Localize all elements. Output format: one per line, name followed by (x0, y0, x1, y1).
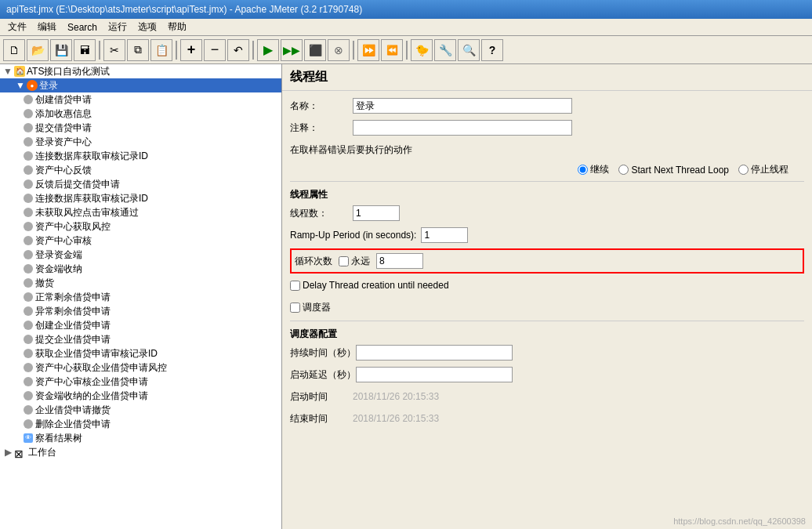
tree-item-7[interactable]: 反馈后提交借贷申请 (0, 177, 281, 191)
tree-item-9[interactable]: 未获取风控点击审核通过 (0, 205, 281, 219)
remote-start-button[interactable]: ⏩ (357, 39, 379, 61)
tree-item-12-label: 登录资金端 (35, 248, 82, 262)
menu-edit[interactable]: 编辑 (33, 19, 61, 35)
copy-button[interactable]: ⧉ (127, 39, 149, 61)
thread-count-label: 线程数： (290, 207, 353, 220)
new-button[interactable]: 🗋 (3, 39, 25, 61)
menu-search[interactable]: Search (63, 20, 102, 34)
item4-icon (24, 137, 33, 147)
forever-checkbox-label[interactable]: 永远 (339, 255, 370, 268)
tree-item-6[interactable]: 资产中心反馈 (0, 163, 281, 177)
ramp-up-input[interactable] (421, 227, 468, 243)
scheduler-checkbox[interactable] (290, 303, 300, 313)
tree-item-8-label: 连接数据库获取审核记录ID (35, 192, 148, 205)
open-button[interactable]: 📂 (27, 39, 49, 61)
stop-button[interactable]: ⬛ (304, 39, 326, 61)
save2-button[interactable]: 🖬 (74, 39, 96, 61)
radio-continue[interactable]: 继续 (578, 163, 609, 176)
delay-creation-label[interactable]: Delay Thread creation until needed (290, 280, 449, 291)
add-button[interactable]: + (180, 39, 202, 61)
item3-icon (24, 123, 33, 132)
undo-button[interactable]: ↶ (227, 39, 249, 61)
play-button[interactable]: ▶ (257, 39, 279, 61)
content-area: 线程组 名称： 注释： 在取样器错误后要执行的动作 继续 (282, 64, 812, 529)
tree-item-19[interactable]: 获取企业借贷申请审核记录ID (0, 346, 281, 361)
menu-options[interactable]: 选项 (133, 19, 161, 35)
item5-icon (24, 151, 33, 161)
tree-item-2[interactable]: 添加收惠信息 (0, 107, 281, 121)
remove-button[interactable]: − (204, 39, 226, 61)
duration-label: 持续时间（秒） (290, 346, 356, 360)
results-icon: 👁 (24, 433, 33, 443)
tree-item-login[interactable]: ▼ ● 登录 (0, 78, 281, 92)
search-bar-button[interactable]: 🔍 (458, 39, 480, 61)
tree-item-1[interactable]: 创建借贷申请 (0, 92, 281, 107)
get-from-clipboard-button[interactable]: 🐤 (411, 39, 433, 61)
radio-next-thread[interactable]: Start Next Thread Loop (618, 165, 729, 176)
tree-item-22[interactable]: 资金端收纳的企业借贷申请 (0, 389, 281, 403)
tree-item-results[interactable]: 👁 察看结果树 (0, 431, 281, 445)
menu-help[interactable]: 帮助 (163, 19, 191, 35)
tree-item-16[interactable]: 异常剩余借贷申请 (0, 304, 281, 318)
menu-file[interactable]: 文件 (3, 19, 31, 35)
tree-item-22-label: 资金端收纳的企业借贷申请 (35, 390, 148, 403)
tree-item-15[interactable]: 正常剩余借贷申请 (0, 290, 281, 304)
tree-root[interactable]: ▼ 🏠 ATS接口自动化测试 (0, 64, 281, 78)
startup-delay-input[interactable] (356, 367, 513, 382)
sep2 (176, 41, 177, 60)
tree-item-13-label: 资金端收纳 (35, 263, 82, 276)
item14-icon (24, 278, 33, 288)
comment-input[interactable] (353, 120, 572, 136)
tree-item-10[interactable]: 资产中心获取风控 (0, 219, 281, 234)
delay-creation-checkbox[interactable] (290, 281, 300, 291)
end-time-value: 2018/11/26 20:15:33 (353, 413, 439, 424)
tree-item-14[interactable]: 撤货 (0, 276, 281, 290)
thread-count-input[interactable] (353, 205, 400, 221)
tree-item-5[interactable]: 连接数据库获取审核记录ID (0, 149, 281, 163)
tree-item-21[interactable]: 资产中心审核企业借贷申请 (0, 375, 281, 389)
tree-item-1-label: 创建借贷申请 (35, 93, 92, 107)
tree-item-8[interactable]: 连接数据库获取审核记录ID (0, 191, 281, 205)
tree-root-label: ATS接口自动化测试 (27, 65, 110, 78)
forever-checkbox[interactable] (339, 256, 349, 266)
tree-item-7-label: 反馈后提交借贷申请 (35, 178, 120, 191)
scheduler-text: 调度器 (303, 301, 331, 314)
title-text: apiTest.jmx (E:\Desktop\atsJmeter\script… (6, 4, 362, 15)
shutdown-button[interactable]: ⊗ (328, 39, 350, 61)
tree-item-20[interactable]: 资产中心获取企业借贷申请风控 (0, 361, 281, 375)
help-button[interactable]: ? (481, 39, 503, 61)
tree-item-24[interactable]: 删除企业借贷申请 (0, 417, 281, 431)
tree-item-17[interactable]: 创建企业借贷申请 (0, 318, 281, 332)
cut-button[interactable]: ✂ (103, 39, 125, 61)
remote-stop-button[interactable]: ⏪ (381, 39, 403, 61)
item2-icon (24, 109, 33, 118)
divider2 (290, 321, 804, 321)
radio-next-thread-input[interactable] (618, 165, 629, 175)
paste-button[interactable]: 📋 (150, 39, 172, 61)
tree-item-18[interactable]: 提交企业借贷申请 (0, 332, 281, 346)
sep4 (353, 41, 354, 60)
radio-continue-input[interactable] (578, 165, 588, 175)
name-label: 名称： (290, 100, 353, 113)
function-helper-button[interactable]: 🔧 (434, 39, 456, 61)
save-button[interactable]: 💾 (50, 39, 72, 61)
end-time-label: 结束时间 (290, 412, 353, 426)
toolbar: 🗋 📂 💾 🖬 ✂ ⧉ 📋 + − ↶ ▶ ▶▶ ⬛ ⊗ ⏩ ⏪ 🐤 🔧 🔍 ? (0, 36, 812, 64)
item24-icon (24, 419, 33, 429)
scheduler-row: 调度器 (290, 299, 804, 316)
tree-item-4[interactable]: 登录资产中心 (0, 135, 281, 149)
radio-stop-thread-input[interactable] (738, 165, 749, 175)
duration-input[interactable] (356, 345, 513, 361)
radio-stop-thread[interactable]: 停止线程 (738, 163, 788, 176)
tree-item-11[interactable]: 资产中心审核 (0, 234, 281, 248)
menu-run[interactable]: 运行 (103, 19, 132, 35)
tree-item-3[interactable]: 提交借贷申请 (0, 121, 281, 135)
loop-count-input[interactable] (376, 253, 423, 269)
name-input[interactable] (353, 98, 572, 114)
tree-item-23[interactable]: 企业借贷申请撤货 (0, 403, 281, 417)
tree-item-workbench[interactable]: ▶ ⊠ 工作台 (0, 445, 281, 459)
play-no-pause-button[interactable]: ▶▶ (281, 39, 303, 61)
tree-item-13[interactable]: 资金端收纳 (0, 262, 281, 276)
tree-item-12[interactable]: 登录资金端 (0, 248, 281, 262)
scheduler-label[interactable]: 调度器 (290, 301, 331, 314)
